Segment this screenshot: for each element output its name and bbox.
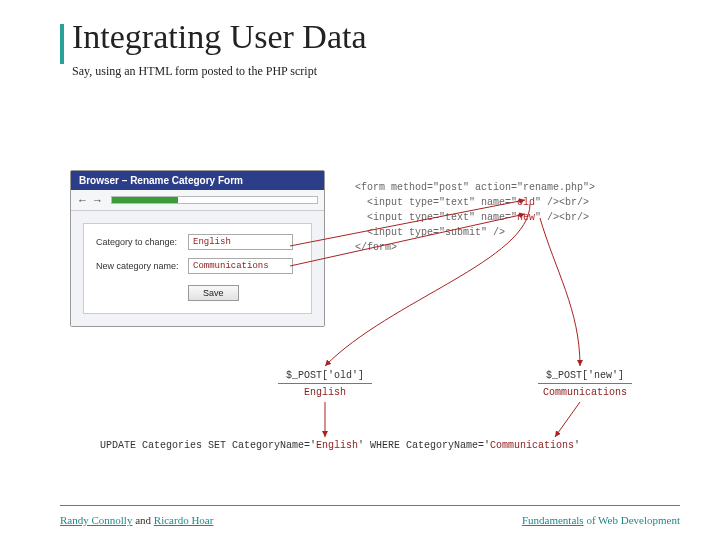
label-new: New category name: bbox=[96, 261, 188, 271]
footer-book: Fundamentals of Web Development bbox=[522, 514, 680, 526]
code-line: </form> bbox=[355, 240, 595, 255]
php-new-label: $_POST['new'] bbox=[538, 370, 632, 384]
slide-title: Integrating User Data bbox=[72, 18, 367, 56]
code-line: <input type="text" name="old" /><br/> bbox=[355, 195, 595, 210]
forward-icon: → bbox=[92, 194, 103, 206]
save-button: Save bbox=[188, 285, 239, 301]
form-panel: Category to change: English New category… bbox=[83, 223, 312, 314]
back-icon: ← bbox=[77, 194, 88, 206]
slide-subtitle: Say, using an HTML form posted to the PH… bbox=[72, 64, 317, 79]
svg-line-3 bbox=[555, 402, 580, 437]
code-line: <input type="text" name="new" /><br/> bbox=[355, 210, 595, 225]
php-old-col: $_POST['old'] English bbox=[265, 370, 385, 398]
browser-titlebar: Browser – Rename Category Form bbox=[71, 171, 324, 190]
input-old: English bbox=[188, 234, 293, 250]
form-source-code: <form method="post" action="rename.php">… bbox=[355, 180, 595, 255]
sql-statement: UPDATE Categories SET CategoryName='Engl… bbox=[100, 440, 580, 451]
field-row-old: Category to change: English bbox=[96, 234, 299, 250]
browser-toolbar: ← → bbox=[71, 190, 324, 211]
footer-authors: Randy Connolly and Ricardo Hoar bbox=[60, 514, 213, 526]
php-new-col: $_POST['new'] Communications bbox=[520, 370, 650, 398]
footer-divider bbox=[60, 505, 680, 506]
browser-mockup: Browser – Rename Category Form ← → Categ… bbox=[70, 170, 325, 327]
label-old: Category to change: bbox=[96, 237, 188, 247]
code-line: <form method="post" action="rename.php"> bbox=[355, 180, 595, 195]
field-row-new: New category name: Communications bbox=[96, 258, 299, 274]
input-new: Communications bbox=[188, 258, 293, 274]
form-area: Category to change: English New category… bbox=[71, 211, 324, 326]
progress-bar bbox=[111, 196, 318, 204]
php-new-value: Communications bbox=[520, 387, 650, 398]
php-old-label: $_POST['old'] bbox=[278, 370, 372, 384]
accent-bar bbox=[60, 24, 64, 64]
php-old-value: English bbox=[265, 387, 385, 398]
code-line: <input type="submit" /> bbox=[355, 225, 595, 240]
